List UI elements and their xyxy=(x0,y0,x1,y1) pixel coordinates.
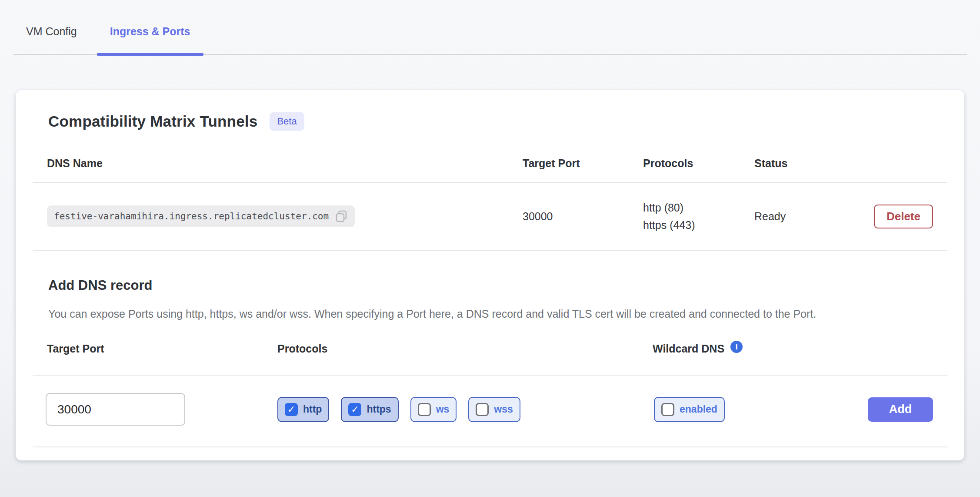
beta-badge: Beta xyxy=(270,112,304,131)
actions-cell: Delete xyxy=(817,192,947,241)
protocol-entry: http (80) xyxy=(643,199,726,216)
wildcard-label: enabled xyxy=(680,403,717,415)
tunnels-card: Compatibility Matrix Tunnels Beta DNS Na… xyxy=(16,90,964,460)
card-title: Compatibility Matrix Tunnels xyxy=(48,113,257,130)
card-header: Compatibility Matrix Tunnels Beta xyxy=(33,90,947,131)
delete-button[interactable]: Delete xyxy=(874,205,933,228)
checkbox-icon: ✓ xyxy=(418,403,431,416)
add-dns-heading: Add DNS record xyxy=(48,278,932,293)
protocol-checkbox-http[interactable]: ✓ http xyxy=(277,397,329,422)
tunnels-table: DNS Name Target Port Protocols Status fe… xyxy=(33,131,947,251)
protocol-entry: https (443) xyxy=(643,216,726,234)
protocol-checkbox-ws[interactable]: ✓ ws xyxy=(410,397,457,422)
protocol-label: wss xyxy=(494,403,513,415)
dns-name-cell: festive-varahamihira.ingress.replicatedc… xyxy=(33,193,508,239)
target-port-cell: 30000 xyxy=(508,198,629,235)
submit-cell: Add xyxy=(850,397,947,422)
protocol-label: ws xyxy=(436,403,450,415)
wildcard-field-cell: ✓ enabled xyxy=(638,397,850,422)
column-header-dns-name: DNS Name xyxy=(33,131,508,182)
add-button[interactable]: Add xyxy=(868,397,933,422)
target-port-field-cell xyxy=(33,393,263,426)
form-label-protocols: Protocols xyxy=(263,343,638,373)
protocol-checkbox-wss[interactable]: ✓ wss xyxy=(468,397,520,422)
copy-icon[interactable] xyxy=(335,209,348,223)
checkbox-icon: ✓ xyxy=(285,403,298,416)
table-row: festive-varahamihira.ingress.replicatedc… xyxy=(33,183,947,251)
dns-name-value: festive-varahamihira.ingress.replicatedc… xyxy=(54,211,329,222)
column-header-actions xyxy=(817,138,947,176)
checkbox-icon: ✓ xyxy=(661,403,674,416)
protocol-checkbox-https[interactable]: ✓ https xyxy=(341,397,398,422)
wildcard-enabled-pill[interactable]: ✓ enabled xyxy=(654,397,725,422)
check-icon: ✓ xyxy=(351,405,359,414)
table-header-row: DNS Name Target Port Protocols Status xyxy=(33,131,947,183)
protocol-label: https xyxy=(367,403,391,415)
dns-name-pill: festive-varahamihira.ingress.replicatedc… xyxy=(47,205,355,227)
add-dns-description: You can expose Ports using http, https, … xyxy=(48,306,932,322)
protocols-field-cell: ✓ http ✓ https ✓ ws ✓ wss xyxy=(263,397,638,422)
status-cell: Ready xyxy=(740,198,817,235)
column-header-target-port: Target Port xyxy=(508,131,629,182)
column-header-protocols: Protocols xyxy=(629,131,740,182)
info-icon[interactable]: i xyxy=(730,341,743,353)
check-icon: ✓ xyxy=(287,405,295,414)
form-label-wildcard-dns: Wildcard DNS xyxy=(653,343,724,355)
protocols-cell: http (80) https (443) xyxy=(629,187,740,246)
form-label-target-port: Target Port xyxy=(33,343,263,373)
tab-vm-config[interactable]: VM Config xyxy=(13,25,90,54)
target-port-input[interactable] xyxy=(46,393,185,426)
tab-bar: VM Config Ingress & Ports xyxy=(13,0,967,55)
add-dns-form-row: ✓ http ✓ https ✓ ws ✓ wss ✓ enabled Add xyxy=(33,376,947,447)
checkbox-icon: ✓ xyxy=(348,403,361,416)
column-header-status: Status xyxy=(740,131,817,182)
tab-ingress-ports[interactable]: Ingress & Ports xyxy=(97,25,203,54)
add-dns-form-header: Target Port Protocols Wildcard DNS i xyxy=(33,341,947,376)
protocol-label: http xyxy=(303,403,322,415)
checkbox-icon: ✓ xyxy=(476,403,489,416)
